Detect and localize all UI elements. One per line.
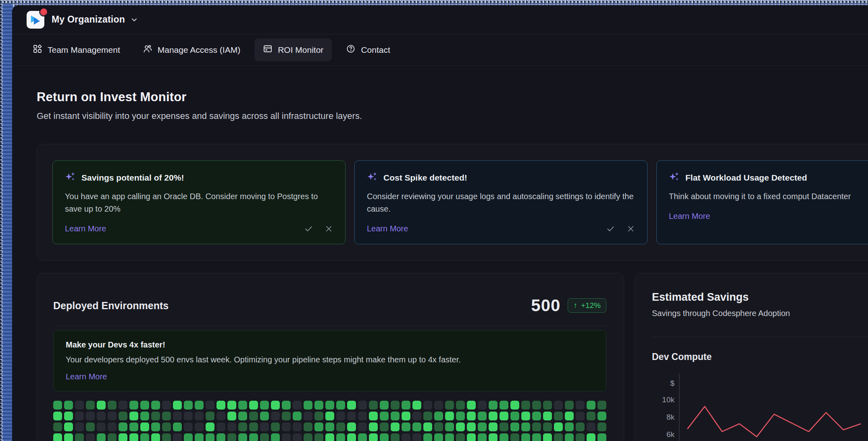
sparkles-icon [65, 171, 76, 184]
accept-check-icon[interactable] [304, 224, 313, 233]
page-content: Return on Invest Monitor Get instant vis… [12, 90, 868, 441]
heatmap-cell [543, 422, 552, 431]
learn-more-link[interactable]: Learn More [65, 224, 106, 233]
heatmap-cell [423, 433, 432, 441]
learn-more-link[interactable]: Learn More [367, 224, 408, 233]
heatmap-cell [293, 412, 302, 420]
learn-more-link[interactable]: Learn More [669, 212, 710, 221]
heatmap-cell [293, 433, 302, 441]
heatmap-cell [489, 412, 497, 420]
heatmap-cell [597, 401, 606, 410]
heatmap-cell [119, 422, 127, 431]
heatmap-cell [412, 412, 421, 420]
heatmap-cell [293, 401, 302, 410]
heatmap-cell [369, 422, 378, 431]
heatmap-cell [597, 412, 606, 420]
heatmap-cell [587, 433, 595, 441]
heatmap-cell [587, 422, 595, 431]
heatmap-cell [271, 433, 280, 441]
heatmap-cell [576, 433, 585, 441]
heatmap-cell [173, 412, 182, 420]
heatmap-cell [467, 433, 476, 441]
heatmap-cell [336, 422, 345, 431]
heatmap-cell [325, 433, 334, 441]
tab-team-management[interactable]: Team Management [24, 38, 129, 61]
dev-compute-title: Dev Compute [652, 352, 868, 362]
heatmap-cell [64, 401, 73, 410]
heatmap-cell [478, 401, 487, 410]
heatmap-cell [380, 433, 389, 441]
heatmap-cell [151, 433, 160, 441]
dismiss-x-icon[interactable] [627, 225, 635, 233]
heatmap-cell [64, 433, 73, 441]
tab-manage-access[interactable]: Manage Access (IAM) [134, 38, 249, 61]
heatmap-cell [576, 422, 585, 431]
heatmap-cell [249, 422, 258, 431]
insight-card-title: Cost Spike detected! [383, 173, 467, 183]
heatmap-cell [532, 401, 541, 410]
heatmap-cell [489, 433, 497, 441]
insight-card-title: Flat Workload Usage Detected [685, 173, 807, 183]
heatmap-cell [369, 433, 378, 441]
heatmap-cell [304, 422, 312, 431]
heatmap-cell [467, 401, 476, 410]
deployed-count: 500 [531, 296, 560, 315]
heatmap-cell [151, 401, 160, 410]
heatmap-cell [521, 422, 530, 431]
accept-check-icon[interactable] [606, 224, 615, 233]
devs-faster-title: Make your Devs 4x faster! [66, 340, 594, 349]
heatmap-cell [369, 401, 378, 410]
heatmap-cell [314, 412, 323, 420]
heatmap-cell [478, 422, 487, 431]
heatmap-cell [173, 422, 182, 431]
heatmap-cell [97, 401, 106, 410]
heatmap-cell [510, 401, 519, 410]
heatmap-cell [423, 401, 432, 410]
heatmap-cell [249, 401, 258, 410]
tab-roi-monitor[interactable]: ROI Monitor [254, 38, 332, 61]
org-logo[interactable] [27, 11, 44, 29]
heatmap-cell [227, 422, 236, 431]
heatmap-cell [358, 401, 367, 410]
heatmap-cell [543, 433, 552, 441]
heatmap-cell [140, 401, 149, 410]
heatmap-cell [543, 412, 552, 420]
heatmap-cell [587, 401, 595, 410]
heatmap-cell [380, 422, 389, 431]
heatmap-cell [402, 422, 410, 431]
chevron-down-icon[interactable] [131, 16, 138, 23]
heatmap-cell [129, 401, 138, 410]
tab-contact[interactable]: Contact [337, 38, 398, 61]
heatmap-cell [336, 412, 345, 420]
heatmap-cell [195, 401, 204, 410]
app-window: My Organization Team Management [12, 5, 868, 441]
heatmap-cell [206, 412, 214, 420]
heatmap-cell [336, 401, 345, 410]
dismiss-x-icon[interactable] [325, 225, 333, 233]
arrow-up-icon: ↑ [573, 301, 577, 310]
heatmap-cell [216, 422, 225, 431]
sparkles-icon [367, 171, 378, 184]
page-subtitle: Get instant visibility into your expense… [37, 111, 868, 121]
learn-more-link[interactable]: Learn More [66, 372, 107, 381]
heatmap-cell [206, 401, 214, 410]
heatmap-cell [500, 412, 508, 420]
heatmap-cell [565, 433, 574, 441]
heatmap-cell [238, 433, 247, 441]
heatmap-cell [282, 401, 291, 410]
svg-text:6k: 6k [666, 430, 675, 439]
heatmap-cell [249, 433, 258, 441]
heatmap-cell [195, 422, 204, 431]
heatmap-cell [358, 412, 367, 420]
heatmap-cell [347, 412, 356, 420]
heatmap-cell [445, 401, 454, 410]
heatmap-cell [129, 412, 138, 420]
svg-text:$: $ [670, 379, 674, 387]
heatmap-cell [64, 422, 73, 431]
heatmap-cell [53, 412, 62, 420]
heatmap-cell [108, 401, 117, 410]
heatmap-cell [86, 422, 95, 431]
heatmap-cell [184, 422, 193, 431]
heatmap-cell [380, 401, 389, 410]
divider [652, 337, 868, 337]
